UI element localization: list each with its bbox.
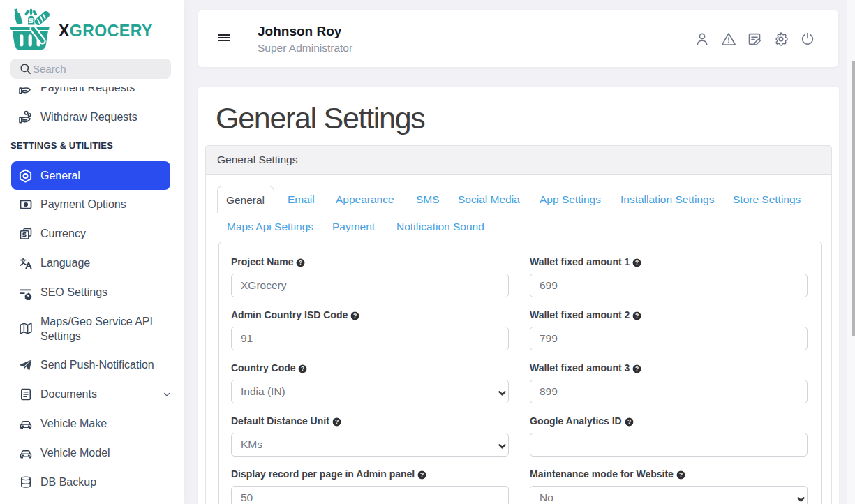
- svg-text:?: ?: [635, 365, 639, 372]
- svg-text:?: ?: [635, 259, 639, 266]
- svg-text:?: ?: [301, 365, 304, 372]
- svg-text:?: ?: [420, 471, 424, 478]
- svg-text:?: ?: [635, 312, 639, 319]
- svg-text:?: ?: [353, 312, 357, 319]
- svg-text:?: ?: [679, 471, 683, 478]
- svg-text:?: ?: [299, 259, 302, 266]
- svg-text:?: ?: [627, 418, 631, 425]
- svg-text:?: ?: [335, 418, 339, 425]
